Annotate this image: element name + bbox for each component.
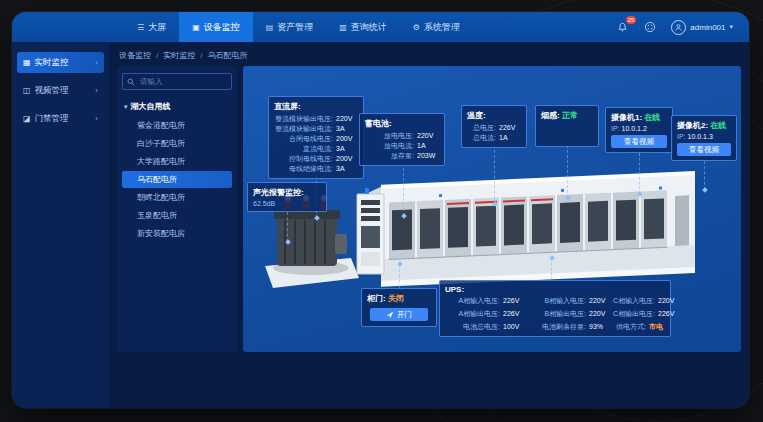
nav-tab[interactable]: ▥ 查询统计 [326, 12, 400, 42]
metric-label: 电池剩余容量: [527, 322, 586, 332]
sidebar-item[interactable]: ◫ 视频管理 › [17, 80, 104, 101]
tree-item[interactable]: 玉泉配电所 [122, 207, 232, 224]
sidebar-item[interactable]: ▦ 实时监控 › [17, 52, 104, 73]
nav-tab[interactable]: ⚙ 系统管理 [400, 12, 473, 42]
power-room-stage: 直流屏: 整流模块输出电压: 220V 整流模块输出电流: 3A 合闸 [243, 66, 741, 352]
nav-tab[interactable]: ☰ 大屏 [124, 12, 179, 42]
sidebar-item[interactable]: ◪ 门禁管理 › [17, 108, 104, 129]
panel-title: 柜门: [367, 294, 386, 303]
chevron-right-icon: › [95, 114, 98, 123]
metric-row: 电池总电压: 100V [445, 322, 525, 332]
username: admin001 [690, 23, 725, 32]
metric-row: C相输入电压: 220V [613, 296, 671, 306]
open-door-button[interactable]: 开门 [370, 308, 428, 321]
fullscreen-icon [644, 21, 656, 33]
metric-label: 电池总电压: [445, 322, 500, 332]
search-input[interactable] [138, 76, 227, 87]
open-door-label: 开门 [397, 310, 412, 320]
chevron-right-icon: › [95, 58, 98, 67]
metric-label: 整流模块输出电压: [274, 114, 333, 124]
view-video-button[interactable]: 查看视频 [677, 143, 731, 156]
user-menu[interactable]: admin001 ▾ [671, 20, 733, 35]
tree-root-node[interactable]: ▾ 湖大自用线 [122, 99, 232, 116]
camera1-status: 在线 [644, 113, 660, 122]
metric-label: 供电方式: [613, 322, 646, 332]
tree-item[interactable]: 大学路配电所 [122, 153, 232, 170]
chevron-right-icon: › [95, 86, 98, 95]
alarm-value: 62.5dB [253, 200, 321, 207]
tree-item[interactable]: 乌石配电所 [122, 171, 232, 188]
smoke-sensor-panel: 烟感: 正常 [535, 105, 599, 147]
tree-item[interactable]: 新安装配电房 [122, 225, 232, 242]
gear-icon: ⚙ [413, 23, 420, 32]
metric-label: 放电电压: [365, 131, 414, 141]
metric-value: 100V [503, 322, 525, 332]
metric-label: 总电流: [467, 133, 496, 143]
dc-screen-panel: 直流屏: 整流模块输出电压: 220V 整流模块输出电流: 3A 合闸 [268, 96, 364, 179]
open-door-icon [386, 311, 394, 319]
realtime-icon: ▦ [23, 58, 31, 67]
metric-row: 直流电流: 3A [274, 144, 358, 154]
search-icon [127, 78, 135, 86]
breadcrumb-item[interactable]: 设备监控 [119, 50, 151, 61]
metric-label: 控制母线电压: [274, 154, 333, 164]
metric-label: A相输出电压: [445, 309, 500, 319]
metric-row: 控制母线电压: 200V [274, 154, 358, 164]
metric-value: 93% [589, 322, 611, 332]
tree-item[interactable]: 紫金港配电所 [122, 117, 232, 134]
smoke-status: 正常 [562, 111, 578, 120]
view-video-button[interactable]: 查看视频 [611, 135, 667, 148]
notifications-button[interactable]: 25 [615, 20, 629, 34]
metric-row: A相输出电压: 226V [445, 309, 525, 319]
metric-value: 226V [499, 123, 521, 133]
left-sidebar: ▦ 实时监控 › ◫ 视频管理 › ◪ 门禁管理 › [12, 42, 109, 408]
station-tree-panel: ▾ 湖大自用线 紫金港配电所白沙子配电所大学路配电所乌石配电所朝晖北配电所玉泉配… [117, 66, 237, 352]
monitor-icon: ▣ [192, 23, 200, 32]
connector-line [403, 163, 404, 216]
cabinet-door-panel: 柜门: 关闭 开门 [361, 288, 437, 327]
connector-line [494, 145, 495, 204]
metric-value: 200V [336, 154, 358, 164]
video-icon: ◫ [23, 86, 31, 95]
sidebar-item-label: 实时监控 [35, 57, 69, 69]
metric-value: 226V [503, 296, 525, 306]
metric-value: 1A [499, 133, 521, 143]
metric-value: 226V [658, 309, 680, 319]
menu-icon: ☰ [137, 23, 144, 32]
nav-tab-label: 设备监控 [204, 21, 240, 34]
metric-label: C相输入电压: [613, 296, 655, 306]
caret-down-icon: ▾ [729, 23, 733, 31]
caret-down-icon: ▾ [124, 103, 128, 111]
breadcrumb-separator: / [156, 51, 158, 60]
metric-value: 3A [336, 124, 358, 134]
tree-item[interactable]: 白沙子配电所 [122, 135, 232, 152]
camera1-ip: 10.0.1.2 [622, 125, 647, 132]
user-icon [674, 23, 683, 32]
metric-label: 合闸母线电压: [274, 134, 333, 144]
tree-list: 紫金港配电所白沙子配电所大学路配电所乌石配电所朝晖北配电所玉泉配电所新安装配电房 [122, 116, 232, 243]
panel-title: 摄像机2: [677, 121, 708, 130]
metric-value: 市电 [649, 322, 671, 332]
tree-item[interactable]: 朝晖北配电所 [122, 189, 232, 206]
breadcrumb: 设备监控 / 实时监控 / 乌石配电所 [109, 42, 749, 64]
panel-title: 声光报警监控: [253, 187, 321, 198]
stats-icon: ▥ [339, 23, 347, 32]
panel-title: 摄像机1: [611, 113, 642, 122]
bell-icon [617, 22, 628, 33]
metric-label: 放电电流: [365, 141, 414, 151]
nav-tab-label: 查询统计 [351, 21, 387, 34]
metric-row: 整流模块输出电压: 220V [274, 114, 358, 124]
nav-tab[interactable]: ▤ 资产管理 [253, 12, 327, 42]
metric-row: 总电流: 1A [467, 133, 521, 143]
metric-value: 226V [503, 309, 525, 319]
camera1-panel: 摄像机1: 在线 IP: 10.0.1.2 查看视频 [605, 107, 673, 153]
breadcrumb-item[interactable]: 实时监控 [163, 50, 195, 61]
nav-tab[interactable]: ▣ 设备监控 [179, 12, 253, 42]
temperature-panel: 温度: 总电压: 226V 总电流: 1A [461, 105, 527, 148]
sidebar-item-label: 视频管理 [35, 85, 69, 97]
metric-value: 203W [417, 151, 439, 161]
metric-value: 200V [336, 134, 358, 144]
fullscreen-button[interactable] [643, 20, 657, 34]
top-navigation: ☰ 大屏 ▣ 设备监控 ▤ 资产管理 ▥ 查询统计 ⚙ 系统管理 [12, 12, 749, 42]
breadcrumb-separator: / [200, 51, 202, 60]
